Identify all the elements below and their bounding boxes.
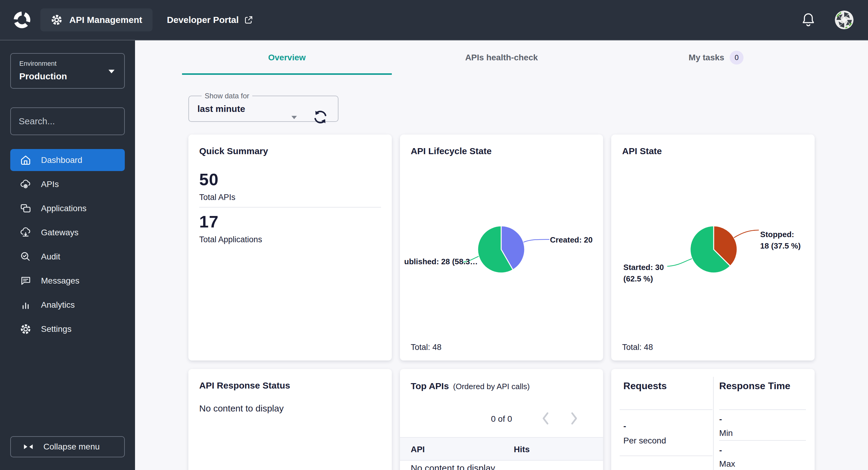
- sidebar-item-label: Settings: [41, 324, 71, 334]
- portal-link-label: Developer Portal: [167, 15, 239, 25]
- gear-icon: [51, 14, 63, 26]
- cloud-gear-icon: [19, 178, 32, 190]
- refresh-icon[interactable]: [312, 109, 329, 125]
- avatar-pattern: [835, 10, 854, 29]
- pie-label-started: Started: 30 (62.5 %): [623, 262, 664, 285]
- sidebar-item-analytics[interactable]: Analytics: [10, 294, 125, 316]
- filter-label: Show data for: [202, 92, 252, 100]
- pie-label-created: Created: 20: [550, 234, 593, 245]
- tab-apis-health-check[interactable]: APIs health-check: [394, 40, 609, 75]
- filter-row: Show data for last minute: [188, 92, 868, 122]
- pie-total: Total: 48: [622, 343, 653, 352]
- environment-value: Production: [19, 71, 116, 82]
- external-link-icon: [244, 16, 253, 24]
- top-apis-title-row: Top APIs (Ordered by API calls): [411, 381, 530, 391]
- pie-label-published: Published: 28 (58.3…: [404, 256, 501, 267]
- card-subtitle: (Ordered by API calls): [453, 382, 530, 391]
- column-header-hits: Hits: [514, 438, 530, 461]
- applications-icon: [19, 202, 32, 215]
- sidebar-item-label: Messages: [41, 276, 80, 286]
- collapse-menu-label: Collapse menu: [43, 442, 100, 451]
- gear-icon: [19, 323, 32, 335]
- api-state-card: API State Stopped: 18 (37.5 %) Started: …: [611, 135, 815, 360]
- sidebar-item-applications[interactable]: Applications: [10, 197, 125, 219]
- tab-bar: Overview APIs health-check My tasks 0: [135, 40, 868, 75]
- tab-overview[interactable]: Overview: [180, 40, 394, 75]
- magnifier-check-icon: [19, 251, 32, 263]
- requests-per-second-label: Per second: [623, 436, 666, 446]
- main-content: Overview APIs health-check My tasks 0 Sh…: [135, 40, 868, 470]
- collapse-icon: [23, 444, 34, 450]
- requests-title: Requests: [623, 380, 667, 391]
- sidebar-item-audit[interactable]: Audit: [10, 245, 125, 268]
- vertical-divider: [713, 377, 714, 470]
- api-response-status-card: API Response Status No content to displa…: [188, 369, 392, 470]
- response-min-label: Min: [719, 429, 733, 438]
- sidebar-item-messages[interactable]: Messages: [10, 270, 125, 292]
- gravitee-logo-icon: [12, 10, 32, 30]
- divider: [719, 440, 806, 441]
- chevron-down-icon: [291, 116, 297, 119]
- chevron-down-icon: [108, 70, 115, 73]
- sidebar-item-label: Audit: [41, 252, 60, 262]
- chevron-right-icon[interactable]: [569, 411, 580, 425]
- divider: [199, 207, 381, 208]
- user-avatar[interactable]: [835, 10, 854, 29]
- message-bubble-icon: [19, 274, 32, 287]
- cards-row-1: Quick Summary 50 Total APIs 17 Total App…: [188, 135, 815, 360]
- sidebar-item-gateways[interactable]: Gateways: [10, 222, 125, 243]
- divider: [620, 409, 712, 410]
- collapse-menu-button[interactable]: Collapse menu: [10, 436, 125, 457]
- show-data-for-select[interactable]: Show data for last minute: [188, 92, 338, 122]
- sidebar: Environment Production Dashboard APIs: [0, 40, 135, 470]
- tab-my-tasks[interactable]: My tasks 0: [609, 40, 824, 75]
- api-management-button[interactable]: API Management: [40, 8, 153, 31]
- tab-tasks-label: My tasks: [689, 53, 724, 62]
- sidebar-item-label: APIs: [41, 179, 59, 189]
- card-title: API Response Status: [199, 380, 290, 391]
- divider: [719, 409, 806, 410]
- requests-response-time-card: Requests - Per second Response Time - Mi…: [611, 369, 815, 470]
- total-applications-value: 17: [199, 212, 381, 231]
- response-max-label: Max: [719, 459, 735, 469]
- app-chip-label: API Management: [69, 15, 142, 25]
- environment-label: Environment: [19, 60, 116, 67]
- response-max-value: -: [719, 446, 722, 455]
- lifecycle-pie-chart[interactable]: [400, 135, 603, 360]
- table-header: API Hits: [400, 437, 603, 461]
- sidebar-menu: Dashboard APIs Applications: [10, 149, 125, 340]
- api-lifecycle-state-card: API Lifecycle State Created: 20 Publishe…: [400, 135, 603, 360]
- notifications-bell-icon[interactable]: [801, 12, 815, 28]
- sidebar-item-settings[interactable]: Settings: [10, 318, 125, 340]
- requests-per-second-value: -: [623, 421, 626, 431]
- tab-health-label: APIs health-check: [465, 53, 538, 62]
- home-icon: [19, 154, 32, 167]
- tasks-count-badge: 0: [730, 51, 744, 64]
- total-apis-value: 50: [199, 170, 381, 189]
- divider: [620, 456, 712, 456]
- filter-value: last minute: [197, 104, 330, 114]
- sidebar-item-label: Applications: [41, 204, 87, 213]
- total-apis-label: Total APIs: [199, 193, 381, 202]
- pie-label-stopped: Stopped: 18 (37.5 %): [760, 229, 801, 252]
- response-min-value: -: [719, 414, 722, 424]
- top-apis-card: Top APIs (Ordered by API calls) 0 of 0 A…: [400, 369, 603, 470]
- cards-row-2: API Response Status No content to displa…: [188, 369, 815, 470]
- pie-total: Total: 48: [411, 343, 441, 352]
- bar-chart-icon: [19, 299, 32, 311]
- card-title: Top APIs: [411, 381, 449, 391]
- quick-summary-card: Quick Summary 50 Total APIs 17 Total App…: [188, 135, 392, 360]
- empty-state-text: No content to display: [411, 463, 495, 470]
- sidebar-item-dashboard[interactable]: Dashboard: [10, 149, 125, 171]
- sidebar-item-apis[interactable]: APIs: [10, 173, 125, 195]
- sidebar-item-label: Dashboard: [41, 155, 82, 165]
- sidebar-item-label: Analytics: [41, 300, 75, 310]
- card-title: Quick Summary: [199, 146, 268, 156]
- total-applications-label: Total Applications: [199, 235, 381, 244]
- developer-portal-link[interactable]: Developer Portal: [167, 15, 253, 25]
- environment-selector[interactable]: Environment Production: [10, 53, 125, 89]
- chevron-left-icon[interactable]: [540, 411, 551, 425]
- topbar: API Management Developer Portal: [0, 0, 868, 40]
- search-input[interactable]: [19, 116, 135, 126]
- response-time-title: Response Time: [719, 380, 790, 391]
